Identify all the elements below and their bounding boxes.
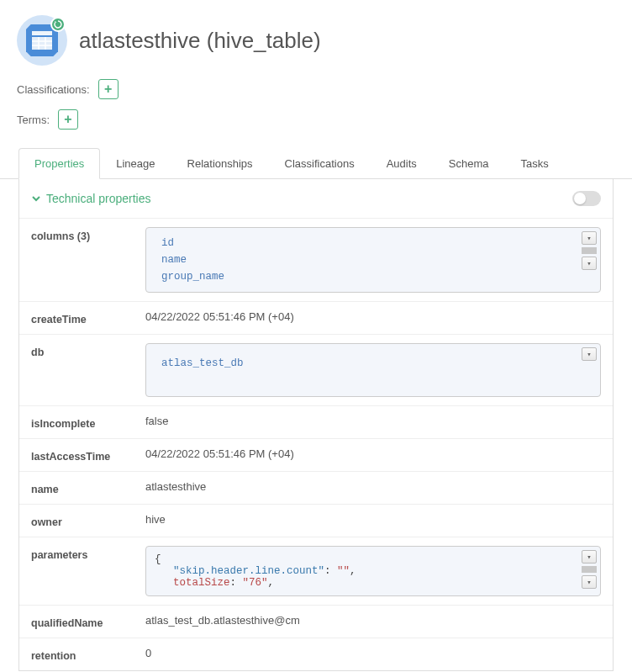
schema-diff-toggle[interactable]	[572, 191, 601, 206]
entity-icon	[17, 15, 67, 66]
prop-label-owner: owner	[31, 513, 145, 528]
add-classification-button[interactable]: +	[98, 79, 118, 99]
prop-label-lastaccesstime: lastAccessTime	[31, 447, 145, 463]
db-link[interactable]: atlas_test_db	[161, 357, 244, 369]
prop-value-qualifiedname: atlas_test_db.atlastesthive@cm	[145, 614, 601, 627]
param-value: ""	[337, 565, 350, 577]
terms-label: Terms:	[17, 114, 50, 126]
collapse-button[interactable]: ▾	[582, 550, 597, 564]
prop-label-columns: columns (3)	[31, 227, 145, 242]
columns-box: id name group_name ▾ ▾	[145, 227, 601, 293]
parameters-box: { "skip.header.line.count": "", totalSiz…	[145, 546, 601, 596]
prop-label-isincomplete: isIncomplete	[31, 415, 145, 430]
prop-value-owner: hive	[145, 513, 601, 526]
prop-label-name: name	[31, 480, 145, 495]
prop-value-lastaccesstime: 04/22/2022 05:51:46 PM (+04)	[145, 447, 601, 460]
scroll-indicator	[582, 566, 597, 573]
svg-rect-0	[32, 31, 52, 35]
column-link[interactable]: id	[155, 235, 592, 251]
classifications-label: Classifications:	[17, 83, 90, 96]
scroll-indicator	[582, 247, 597, 254]
prop-label-retention: retention	[31, 647, 145, 662]
db-box: atlas_test_db ▾	[145, 343, 601, 397]
prop-value-createtime: 04/22/2022 05:51:46 PM (+04)	[145, 310, 601, 323]
tab-tasks[interactable]: Tasks	[505, 148, 565, 179]
tab-audits[interactable]: Audits	[371, 148, 433, 179]
tab-schema[interactable]: Schema	[433, 148, 505, 179]
tab-classifications[interactable]: Classifications	[269, 148, 371, 179]
prop-label-createtime: createTime	[31, 310, 145, 325]
prop-label-parameters: parameters	[31, 546, 145, 561]
expand-button[interactable]: ▾	[582, 575, 597, 589]
prop-value-isincomplete: false	[145, 415, 601, 427]
collapse-button[interactable]: ▾	[582, 347, 597, 361]
section-title: Technical properties	[46, 192, 151, 205]
tab-bar: Properties Lineage Relationships Classif…	[0, 148, 632, 179]
tab-lineage[interactable]: Lineage	[100, 148, 171, 179]
add-term-button[interactable]: +	[58, 109, 78, 130]
prop-value-retention: 0	[145, 647, 601, 659]
svg-rect-1	[32, 37, 52, 50]
sync-badge-icon	[50, 17, 66, 32]
chevron-down-icon	[31, 193, 41, 204]
prop-value-name: atlastesthive	[145, 480, 601, 493]
page-title: atlastesthive (hive_table)	[79, 28, 321, 54]
prop-label-qualifiedname: qualifiedName	[31, 614, 145, 629]
column-link[interactable]: group_name	[155, 268, 592, 285]
collapse-button[interactable]: ▾	[582, 231, 597, 245]
param-value: "76"	[243, 577, 268, 589]
tab-properties[interactable]: Properties	[18, 148, 100, 179]
prop-label-db: db	[31, 343, 145, 358]
tab-relationships[interactable]: Relationships	[171, 148, 269, 179]
column-link[interactable]: name	[155, 251, 592, 268]
expand-button[interactable]: ▾	[582, 257, 597, 270]
table-icon	[32, 31, 52, 50]
section-toggle[interactable]: Technical properties	[31, 192, 151, 205]
